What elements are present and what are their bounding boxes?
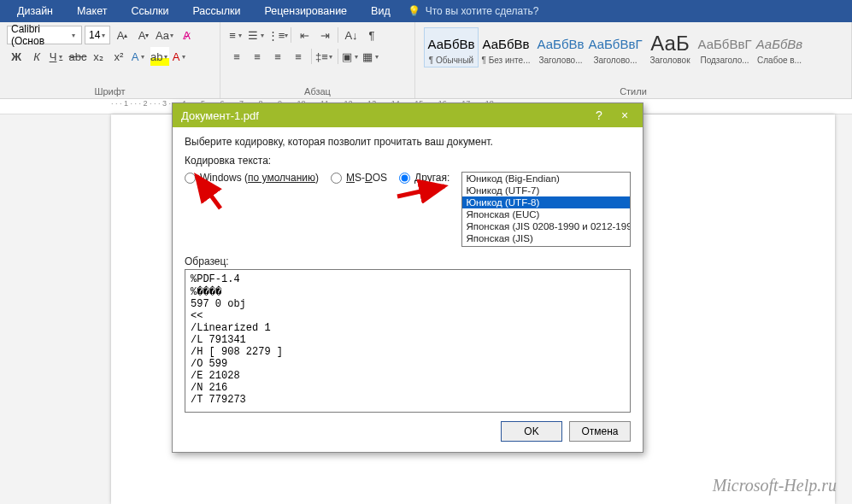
ok-button[interactable]: OK (501, 421, 562, 442)
style-item-2[interactable]: АаБбВвЗаголово... (533, 27, 588, 67)
tab-mailings[interactable]: Рассылки (180, 0, 252, 22)
font-name-combo[interactable]: Calibri (Основ▾ (7, 26, 82, 44)
font-size-combo[interactable]: 14▾ (85, 26, 110, 44)
style-preview: АаБ (645, 32, 695, 56)
change-case-icon[interactable]: Aa▾ (156, 26, 174, 44)
radio-other[interactable]: Другая: (399, 172, 450, 184)
italic-button[interactable]: К (27, 47, 46, 66)
multilevel-icon[interactable]: ⋮≡▾ (268, 26, 287, 44)
tab-layout[interactable]: Макет (65, 0, 119, 22)
line-spacing-icon[interactable]: ‡≡▾ (315, 47, 334, 66)
dialog-instruction: Выберите кодировку, которая позволит про… (185, 136, 631, 148)
style-preview: АаБбВв (755, 32, 804, 56)
ribbon: Calibri (Основ▾ 14▾ A▴ A▾ Aa▾ A̷ Ж К Ч▾ … (0, 22, 852, 99)
encoding-listbox[interactable]: Юникод (Big-Endian)Юникод (UTF-7)Юникод … (461, 172, 631, 247)
radio-windows-label: Windows (по умолчанию) (200, 172, 319, 184)
grow-font-icon[interactable]: A▴ (113, 26, 132, 44)
align-left-icon[interactable]: ≡ (227, 47, 246, 66)
lightbulb-icon: 💡 (408, 5, 420, 17)
radio-windows[interactable]: Windows (по умолчанию) (185, 172, 319, 184)
style-name: Подзаголо... (700, 56, 749, 65)
indent-icon[interactable]: ⇥ (315, 26, 334, 44)
bullets-icon[interactable]: ≡▾ (227, 26, 246, 44)
group-paragraph: ≡▾ ☰▾ ⋮≡▾ ⇤ ⇥ A↓ ¶ ≡ ≡ ≡ ≡ ‡≡▾ ▣▾ ▦▾ (220, 22, 415, 98)
encoding-option[interactable]: Японская (JIS 0208-1990 и 0212-1990) (462, 220, 630, 232)
watermark: Microsoft-Help.ru (713, 476, 837, 495)
sample-label: Образец: (185, 255, 631, 267)
numbering-icon[interactable]: ☰▾ (248, 26, 267, 44)
tell-me-text: Что вы хотите сделать? (426, 5, 539, 17)
subscript-button[interactable]: x₂ (89, 47, 108, 66)
style-name: ¶ Без инте... (481, 56, 531, 65)
borders-icon[interactable]: ▦▾ (362, 47, 381, 66)
style-name: Заголово... (591, 56, 640, 65)
sample-preview[interactable]: %PDF-1.4 %���� 597 0 obj << /Linearized … (185, 269, 631, 413)
font-color-icon[interactable]: A▾ (171, 47, 190, 66)
shrink-font-icon[interactable]: A▾ (134, 26, 153, 44)
tab-review[interactable]: Рецензирование (253, 0, 360, 22)
dialog-title: Документ-1.pdf (181, 109, 259, 122)
align-center-icon[interactable]: ≡ (248, 47, 267, 66)
cancel-button[interactable]: Отмена (569, 421, 631, 442)
file-conversion-dialog: Документ-1.pdf ? × Выберите кодировку, к… (172, 103, 643, 453)
encoding-option[interactable]: Японская (EUC) (462, 208, 630, 220)
style-name: ¶ Обычный (426, 56, 476, 65)
group-font: Calibri (Основ▾ 14▾ A▴ A▾ Aa▾ A̷ Ж К Ч▾ … (0, 22, 220, 98)
tell-me-search[interactable]: 💡 Что вы хотите сделать? (408, 5, 539, 17)
dialog-titlebar: Документ-1.pdf ? × (173, 103, 643, 127)
underline-button[interactable]: Ч▾ (48, 47, 67, 66)
style-name: Заголовок (645, 56, 695, 65)
superscript-button[interactable]: x² (109, 47, 128, 66)
style-item-5[interactable]: АаБбВвГПодзаголо... (697, 27, 752, 67)
radio-other-label: Другая: (414, 172, 450, 184)
ribbon-tabs: Дизайн Макет Ссылки Рассылки Рецензирова… (0, 0, 852, 22)
style-item-4[interactable]: АаБЗаголовок (643, 27, 697, 67)
group-styles: АаБбВв¶ ОбычныйАаБбВв¶ Без инте...АаБбВв… (415, 22, 852, 98)
style-preview: АаБбВв (426, 32, 476, 56)
dialog-close-button[interactable]: × (612, 108, 638, 122)
style-preview: АаБбВвГ (700, 32, 749, 56)
encoding-option[interactable]: Юникод (Big-Endian) (462, 173, 630, 185)
sort-icon[interactable]: A↓ (342, 26, 361, 44)
align-right-icon[interactable]: ≡ (268, 47, 287, 66)
tab-references[interactable]: Ссылки (119, 0, 180, 22)
group-paragraph-label: Абзац (227, 86, 408, 97)
tab-design[interactable]: Дизайн (5, 0, 65, 22)
show-marks-icon[interactable]: ¶ (362, 26, 381, 44)
group-font-label: Шрифт (7, 86, 213, 97)
style-name: Заголово... (536, 56, 585, 65)
radio-other-input[interactable] (399, 173, 410, 184)
style-name: Слабое в... (755, 56, 804, 65)
radio-windows-input[interactable] (185, 173, 196, 184)
encoding-option[interactable]: Японская (JIS) (462, 232, 630, 244)
style-preview: АаБбВвГ (591, 32, 640, 56)
encoding-label: Кодировка текста: (185, 155, 631, 167)
group-styles-label: Стили (422, 86, 844, 97)
style-preview: АаБбВв (536, 32, 585, 56)
radio-msdos-input[interactable] (331, 173, 342, 184)
shading-icon[interactable]: ▣▾ (342, 47, 361, 66)
styles-gallery[interactable]: АаБбВв¶ ОбычныйАаБбВв¶ Без инте...АаБбВв… (422, 26, 844, 67)
style-item-1[interactable]: АаБбВв¶ Без инте... (479, 27, 533, 67)
dialog-help-button[interactable]: ? (586, 108, 612, 122)
style-item-0[interactable]: АаБбВв¶ Обычный (424, 27, 479, 67)
radio-msdos-label: MS-DOS (346, 172, 387, 184)
clear-formatting-icon[interactable]: A̷ (177, 26, 196, 44)
justify-icon[interactable]: ≡ (289, 47, 308, 66)
style-item-6[interactable]: АаБбВвСлабое в... (752, 27, 807, 67)
style-preview: АаБбВв (481, 32, 531, 56)
strike-button[interactable]: abc (68, 47, 87, 66)
radio-msdos[interactable]: MS-DOS (331, 172, 387, 184)
text-effects-icon[interactable]: A▾ (130, 47, 149, 66)
bold-button[interactable]: Ж (7, 47, 26, 66)
style-item-3[interactable]: АаБбВвГЗаголово... (588, 27, 643, 67)
tab-view[interactable]: Вид (359, 0, 402, 22)
highlight-icon[interactable]: ab▾ (150, 47, 169, 66)
encoding-option[interactable]: Юникод (UTF-8) (462, 196, 630, 208)
encoding-option[interactable]: Юникод (UTF-7) (462, 185, 630, 196)
outdent-icon[interactable]: ⇤ (295, 26, 314, 44)
